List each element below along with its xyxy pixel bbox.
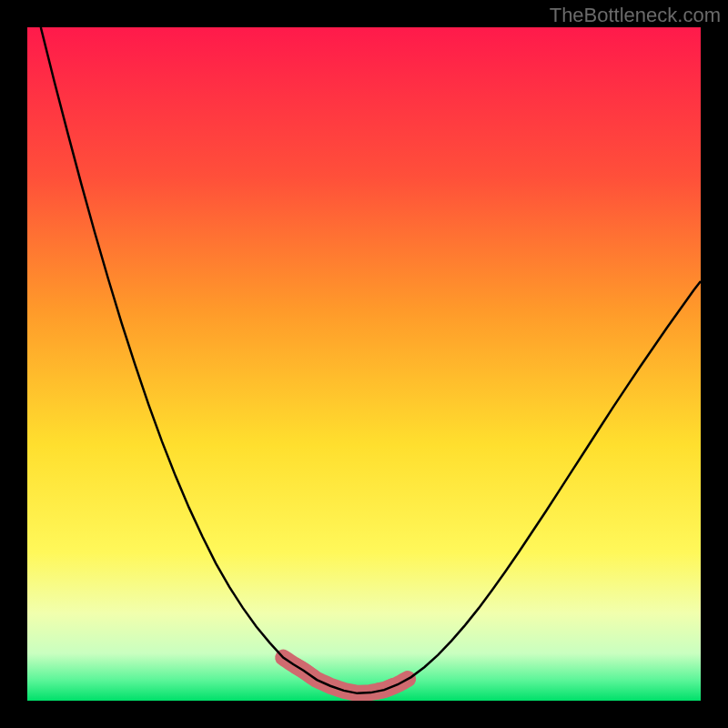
chart-svg — [27, 27, 701, 701]
chart-background — [27, 27, 701, 701]
chart-plot-area — [27, 27, 701, 701]
watermark-text: TheBottleneck.com — [550, 4, 721, 27]
chart-frame: TheBottleneck.com — [0, 0, 728, 728]
